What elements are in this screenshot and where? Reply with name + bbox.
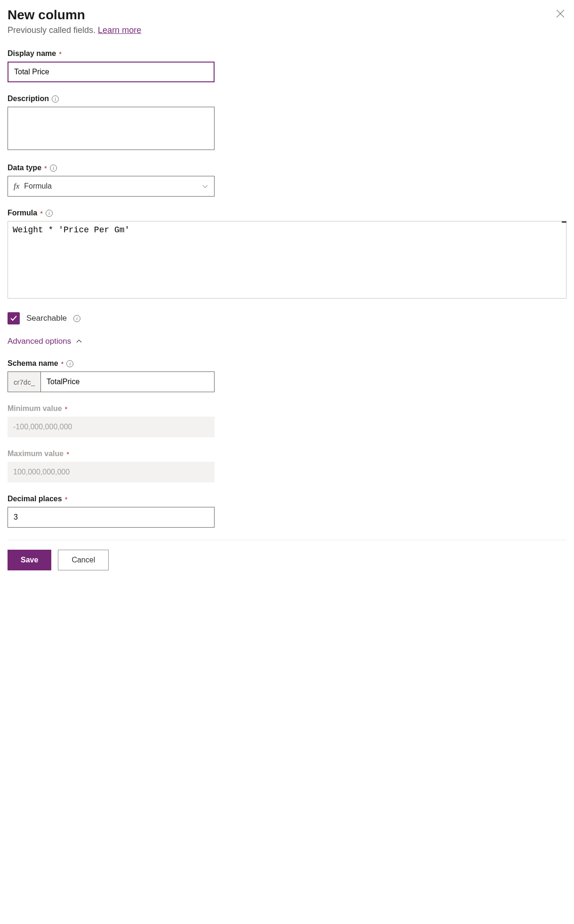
required-mark: * xyxy=(65,405,68,413)
advanced-options-label: Advanced options xyxy=(8,337,71,346)
schema-prefix: cr7dc_ xyxy=(8,372,41,392)
close-icon xyxy=(556,9,565,18)
schema-name-label: Schema name xyxy=(8,359,58,368)
schema-name-input[interactable] xyxy=(41,372,214,392)
minimum-value-input xyxy=(8,417,215,437)
display-name-label: Display name xyxy=(8,49,56,58)
info-icon[interactable]: i xyxy=(46,210,53,217)
searchable-label: Searchable xyxy=(26,314,67,323)
learn-more-link[interactable]: Learn more xyxy=(98,25,141,35)
panel-title: New column xyxy=(8,8,141,23)
decimal-places-input[interactable] xyxy=(8,507,215,528)
required-mark: * xyxy=(40,209,43,217)
scroll-indicator xyxy=(562,221,566,223)
formula-label: Formula xyxy=(8,209,37,217)
panel-subtitle: Previously called fields. Learn more xyxy=(8,25,141,35)
display-name-input[interactable] xyxy=(8,62,215,82)
searchable-checkbox[interactable] xyxy=(8,312,20,324)
required-mark: * xyxy=(65,495,68,503)
save-button[interactable]: Save xyxy=(8,550,51,570)
maximum-value-label: Maximum value xyxy=(8,450,64,458)
formula-input[interactable]: Weight * 'Price Per Gm' xyxy=(8,221,566,299)
chevron-down-icon xyxy=(202,183,208,190)
info-icon[interactable]: i xyxy=(50,165,57,172)
decimal-places-label: Decimal places xyxy=(8,495,62,503)
required-mark: * xyxy=(59,50,62,58)
info-icon[interactable]: i xyxy=(52,95,59,103)
subtitle-text: Previously called fields. xyxy=(8,25,98,35)
description-input[interactable] xyxy=(8,107,215,150)
description-label: Description xyxy=(8,95,49,103)
formula-icon: fx xyxy=(14,182,19,191)
data-type-select[interactable]: fx Formula xyxy=(8,176,215,197)
advanced-options-toggle[interactable]: Advanced options xyxy=(8,337,566,346)
chevron-up-icon xyxy=(76,338,82,345)
cancel-button[interactable]: Cancel xyxy=(58,550,109,570)
required-mark: * xyxy=(61,360,64,368)
data-type-value: Formula xyxy=(24,182,202,190)
minimum-value-label: Minimum value xyxy=(8,404,62,413)
required-mark: * xyxy=(66,450,69,458)
maximum-value-input xyxy=(8,462,215,482)
close-button[interactable] xyxy=(554,8,566,21)
info-icon[interactable]: i xyxy=(66,360,73,367)
data-type-label: Data type xyxy=(8,164,41,172)
check-icon xyxy=(10,315,17,322)
info-icon[interactable]: i xyxy=(73,315,80,322)
required-mark: * xyxy=(44,164,47,172)
